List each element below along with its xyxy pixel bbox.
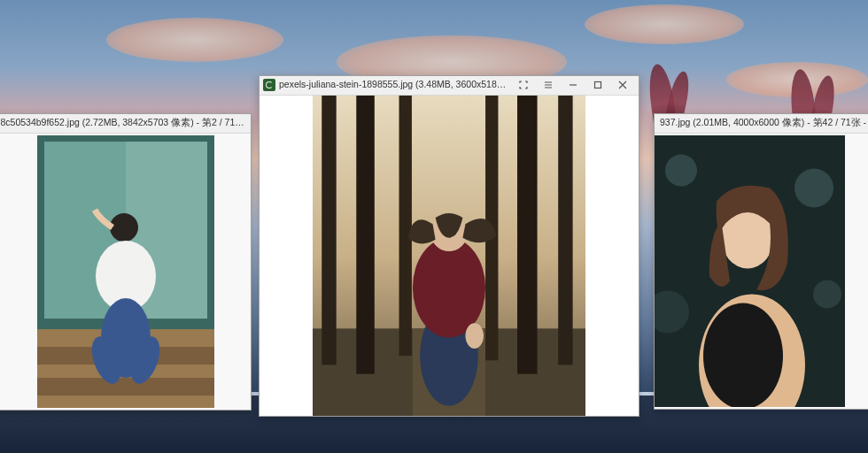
window-title: pexels-juliana-stein-1898555.jpg (3.48MB… <box>279 79 511 91</box>
svg-point-32 <box>465 323 484 349</box>
wallpaper-cloud <box>106 18 283 62</box>
titlebar[interactable]: pexels-juliana-stein-1898555.jpg (3.48MB… <box>260 76 639 96</box>
svg-point-30 <box>413 237 485 337</box>
minimize-icon <box>569 81 577 89</box>
close-button[interactable] <box>610 77 635 93</box>
image-canvas[interactable] <box>655 134 868 409</box>
wallpaper-cloud <box>585 4 744 44</box>
photo-content <box>37 135 214 408</box>
image-viewer-window-center[interactable]: pexels-juliana-stein-1898555.jpg (3.48MB… <box>259 75 639 417</box>
svg-rect-24 <box>356 96 375 374</box>
maximize-button[interactable] <box>585 77 610 93</box>
svg-rect-5 <box>37 378 214 395</box>
photo-content <box>313 96 585 416</box>
svg-rect-19 <box>595 82 601 88</box>
svg-point-13 <box>794 168 833 207</box>
svg-point-17 <box>703 303 783 407</box>
fullscreen-button[interactable] <box>511 77 536 93</box>
titlebar[interactable]: 937.jpg (2.01MB, 4000x6000 像素) - 第42 / 7… <box>655 114 868 134</box>
svg-point-6 <box>110 213 138 242</box>
svg-point-12 <box>665 154 697 186</box>
photo-content <box>655 135 845 407</box>
fullscreen-icon <box>519 81 528 89</box>
minimize-button[interactable] <box>561 77 585 93</box>
menu-button[interactable] <box>536 77 561 93</box>
image-viewer-window-right[interactable]: 937.jpg (2.01MB, 4000x6000 像素) - 第42 / 7… <box>654 113 868 410</box>
maximize-icon <box>593 81 602 89</box>
titlebar[interactable]: 0f:0001c207178c50534b9f652.jpg (2.72MB, … <box>0 114 251 134</box>
image-viewer-window-left[interactable]: 0f:0001c207178c50534b9f652.jpg (2.72MB, … <box>0 113 252 411</box>
svg-rect-27 <box>517 96 538 374</box>
window-title: 937.jpg (2.01MB, 4000x6000 像素) - 第42 / 7… <box>660 117 868 129</box>
window-title: 0f:0001c207178c50534b9f652.jpg (2.72MB, … <box>0 117 247 129</box>
svg-point-14 <box>813 280 841 308</box>
image-canvas[interactable] <box>260 96 639 416</box>
svg-rect-28 <box>558 96 572 365</box>
svg-rect-25 <box>399 96 412 356</box>
app-icon <box>263 79 275 91</box>
window-controls <box>511 77 635 93</box>
close-icon <box>618 81 627 89</box>
image-canvas[interactable] <box>0 134 251 410</box>
hamburger-icon <box>544 81 553 89</box>
svg-rect-23 <box>322 96 336 365</box>
